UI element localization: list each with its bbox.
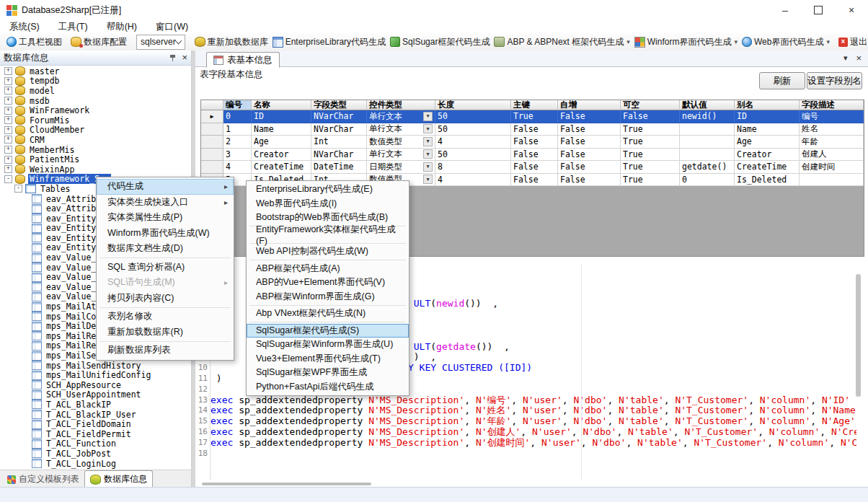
grid-cell[interactable]: ID bbox=[252, 110, 311, 123]
reload-db-button[interactable]: 重新加载数据库 bbox=[192, 35, 270, 49]
column-header[interactable]: 名称 bbox=[252, 100, 311, 110]
grid-cell[interactable]: DateTime bbox=[311, 161, 367, 174]
expander-icon[interactable]: + bbox=[4, 87, 12, 94]
menu-item[interactable]: EntityFramework实体框架代码生成(F) bbox=[247, 228, 409, 242]
grid-cell[interactable]: newid() bbox=[680, 110, 735, 123]
grid-cell[interactable]: Creator bbox=[252, 149, 311, 162]
menu-item[interactable]: Bootstrap的Web界面代码生成(B) bbox=[247, 211, 409, 225]
grid-cell[interactable] bbox=[680, 149, 735, 162]
menu-tools[interactable]: 工具(T) bbox=[49, 21, 97, 33]
grid-cell[interactable]: 4 bbox=[223, 161, 252, 174]
menu-item[interactable]: 表别名修改 bbox=[97, 309, 234, 325]
menu-item[interactable]: 实体类属性生成(P) bbox=[97, 210, 234, 226]
grid-cell[interactable]: CreateTime bbox=[252, 161, 311, 174]
close-button[interactable]: × bbox=[835, 0, 868, 20]
column-header[interactable]: 可空 bbox=[621, 100, 680, 110]
tree-item[interactable]: mps_MailUnifiedConfig bbox=[0, 370, 191, 380]
maximize-button[interactable] bbox=[802, 0, 835, 20]
grid-cell[interactable]: Age bbox=[252, 136, 311, 149]
column-header[interactable]: 自增 bbox=[558, 100, 621, 110]
expander-icon[interactable]: + bbox=[4, 116, 12, 124]
tree-item[interactable]: mps_MailSendHistory bbox=[0, 361, 191, 371]
exit-button[interactable]: 退出 bbox=[836, 35, 868, 49]
tree-item[interactable]: T_ACL_BlackIP_User bbox=[0, 410, 191, 420]
row-selector[interactable] bbox=[201, 149, 223, 162]
grid-cell[interactable]: Is_Deleted bbox=[735, 174, 800, 187]
expander-icon[interactable]: - bbox=[4, 175, 12, 183]
grid-cell[interactable]: False bbox=[558, 123, 621, 136]
menu-item[interactable]: Vue3+Element界面代码生成(T) bbox=[247, 352, 409, 366]
set-field-alias-button[interactable]: 设置字段别名 bbox=[807, 72, 862, 89]
grid-cell[interactable]: NVarChar bbox=[311, 149, 367, 162]
grid-cell[interactable] bbox=[800, 174, 864, 187]
row-selector[interactable] bbox=[201, 161, 223, 174]
grid-cell[interactable]: NVarChar bbox=[311, 123, 367, 136]
column-header[interactable]: 长度 bbox=[435, 100, 511, 110]
tree-item[interactable]: T_ACL_FieldDomain bbox=[0, 419, 191, 429]
tree-item[interactable]: +CloudMember bbox=[0, 126, 191, 136]
grid-cell[interactable]: ID bbox=[735, 110, 800, 123]
menu-item[interactable]: ABP框架Winform界面生成(G) bbox=[247, 290, 409, 304]
menu-item[interactable]: ABP的Vue+Element界面代码(V) bbox=[247, 276, 409, 290]
column-header[interactable]: 控件类型 bbox=[367, 100, 435, 110]
grid-cell[interactable]: Int bbox=[311, 136, 367, 149]
sqlsugar-gen-button[interactable]: SqlSugar框架代码生成 bbox=[388, 35, 492, 49]
grid-cell[interactable]: 日期类型▼ bbox=[367, 161, 435, 174]
grid-cell[interactable]: False bbox=[511, 174, 558, 187]
row-selector[interactable] bbox=[201, 123, 223, 136]
expander-icon[interactable]: + bbox=[4, 77, 12, 85]
menu-item[interactable]: Web API控制器代码生成(W) bbox=[247, 245, 409, 259]
grid-cell[interactable]: True bbox=[621, 149, 680, 162]
grid-cell[interactable]: 50 bbox=[435, 149, 511, 162]
column-header[interactable]: 默认值 bbox=[680, 100, 735, 110]
grid-cell[interactable]: 创建人 bbox=[800, 149, 864, 162]
tree-item[interactable]: +CRM bbox=[0, 135, 191, 145]
minimize-button[interactable]: – bbox=[769, 0, 802, 20]
grid-cell[interactable]: 4 bbox=[435, 174, 511, 187]
grid-cell[interactable]: 50 bbox=[435, 123, 511, 136]
menu-item[interactable]: Winform界面代码生成(W) bbox=[97, 226, 234, 242]
grid-cell[interactable]: True bbox=[621, 136, 680, 149]
grid-cell[interactable]: 单行文本▼ bbox=[367, 110, 435, 123]
tree-item[interactable]: T_ACL_LoginLog bbox=[0, 459, 191, 469]
expander-icon[interactable]: + bbox=[4, 67, 12, 75]
tree-item[interactable]: +master bbox=[0, 66, 191, 76]
expander-icon[interactable]: + bbox=[4, 146, 12, 154]
tree-item[interactable]: +msdb bbox=[0, 96, 191, 106]
grid-cell[interactable]: 年龄 bbox=[800, 136, 864, 149]
menu-item[interactable]: Abp VNext框架代码生成(N) bbox=[247, 307, 409, 321]
tree-item[interactable]: +ForumMis bbox=[0, 115, 191, 126]
tree-item[interactable]: +PatientMis bbox=[0, 154, 191, 164]
menu-system[interactable]: 系统(S) bbox=[0, 21, 49, 33]
menu-item[interactable]: 拷贝列表内容(C) bbox=[97, 291, 234, 307]
grid-cell[interactable]: 创建时间 bbox=[800, 161, 864, 174]
column-header[interactable]: 字段描述 bbox=[800, 100, 864, 110]
expander-icon[interactable]: - bbox=[14, 185, 22, 193]
grid-cell[interactable]: Creator bbox=[735, 149, 800, 162]
expander-icon[interactable]: + bbox=[4, 126, 12, 134]
grid-cell[interactable]: 50 bbox=[435, 110, 511, 123]
grid-cell[interactable]: 1 bbox=[223, 123, 252, 136]
grid-cell[interactable]: 2 bbox=[223, 136, 252, 149]
row-selector[interactable]: ▶ bbox=[201, 110, 223, 123]
tree-item[interactable]: T_ACL_Function bbox=[0, 439, 191, 449]
grid-cell[interactable]: 8 bbox=[435, 161, 511, 174]
tab-table-basic-info[interactable]: 表基本信息 bbox=[206, 52, 280, 68]
grid-cell[interactable]: False bbox=[558, 110, 621, 123]
tree-item[interactable]: SCH_UserAppointment bbox=[0, 390, 191, 400]
grid-cell[interactable]: False bbox=[511, 149, 558, 162]
grid-cell[interactable]: 姓名 bbox=[800, 123, 864, 136]
grid-cell[interactable]: 编号 bbox=[800, 110, 864, 123]
tree-item[interactable]: +tempdb bbox=[0, 76, 191, 87]
grid-cell[interactable]: False bbox=[558, 149, 621, 162]
winform-gen-button[interactable]: Winform界面代码生成▾ bbox=[632, 35, 740, 49]
grid-cell[interactable]: 3 bbox=[223, 149, 252, 162]
tree-item[interactable]: +WeixinApp bbox=[0, 164, 191, 175]
db-config-button[interactable]: 数据库配置 bbox=[68, 35, 129, 49]
grid-cell[interactable]: False bbox=[558, 136, 621, 149]
cell-dropdown-icon[interactable]: ▼ bbox=[423, 124, 433, 133]
menu-window[interactable]: 窗口(W) bbox=[146, 21, 198, 33]
grid-cell[interactable]: 单行文本▼ bbox=[367, 149, 435, 162]
menu-help[interactable]: 帮助(H) bbox=[97, 21, 146, 33]
expander-icon[interactable]: + bbox=[4, 156, 12, 164]
